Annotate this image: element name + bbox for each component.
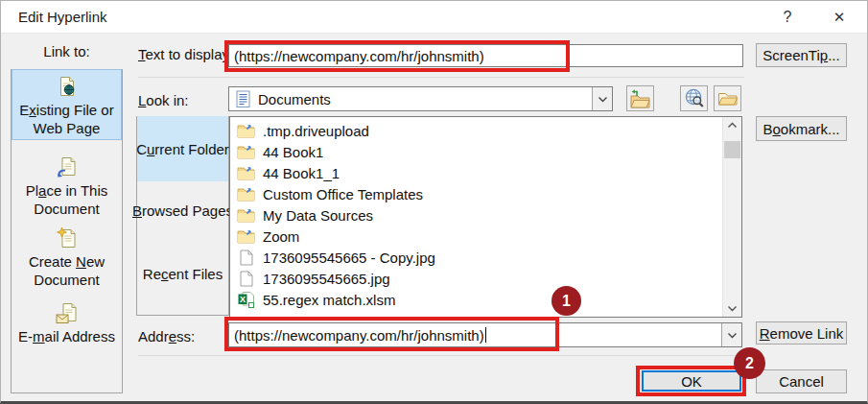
address-dropdown[interactable]: (https://newcompany.com/hr/johnsmith) xyxy=(228,322,742,347)
up-one-folder-button[interactable] xyxy=(626,85,654,111)
folder-icon xyxy=(237,165,255,180)
browse-web-button[interactable] xyxy=(680,85,708,111)
folder-icon xyxy=(237,144,255,159)
sidebar-item-existing-file[interactable]: Existing File or Web Page xyxy=(12,69,122,140)
cancel-button[interactable]: Cancel xyxy=(756,369,847,393)
page-star-icon xyxy=(12,227,122,250)
divider xyxy=(138,355,744,356)
list-item[interactable]: My Data Sources xyxy=(237,204,720,226)
list-item[interactable]: 44 Book1_1 xyxy=(237,162,720,183)
file-list: .tmp.driveupload 44 Book1 44 Book1_1 Cus… xyxy=(229,116,742,318)
sidebar-item-label: Existing File or Web Page xyxy=(19,102,113,136)
svg-text:X: X xyxy=(240,294,246,303)
page-arrow-icon xyxy=(12,156,122,179)
text-caret xyxy=(485,327,486,343)
documents-icon xyxy=(235,90,251,111)
folder-icon xyxy=(237,228,255,244)
folder-icon xyxy=(237,186,255,202)
list-item[interactable]: Custom Office Templates xyxy=(237,183,720,204)
screentip-button[interactable]: ScreenTip... xyxy=(756,43,847,67)
look-in-dropdown[interactable]: Documents xyxy=(228,86,613,111)
annotation-badge-2: 2 xyxy=(734,347,765,379)
divider xyxy=(138,77,744,78)
tab-current-folder[interactable]: Current Folder xyxy=(137,116,228,181)
list-item[interactable]: 1736095545665.jpg xyxy=(237,268,720,289)
browse-pane: Current Folder Browsed Pages Recent File… xyxy=(136,116,229,316)
chevron-down-icon[interactable] xyxy=(721,323,741,346)
file-icon xyxy=(237,271,255,287)
page-globe-icon xyxy=(12,76,121,99)
sidebar-item-label: E-mail Address xyxy=(18,328,115,345)
address-value: (https://newcompany.com/hr/johnsmith) xyxy=(234,323,486,346)
list-item[interactable]: .tmp.driveupload xyxy=(237,120,720,141)
scrollbar[interactable] xyxy=(722,117,741,317)
look-in-value: Documents xyxy=(258,87,331,110)
scrollbar-thumb[interactable] xyxy=(724,141,740,158)
list-item[interactable]: 1736095545665 - Copy.jpg xyxy=(237,247,720,268)
folder-icon xyxy=(237,207,255,223)
list-item[interactable]: X55.regex match.xlsm xyxy=(237,289,720,310)
look-in-label: Look in: xyxy=(138,92,189,108)
browse-file-button[interactable] xyxy=(714,85,741,111)
list-item[interactable]: 44 Book1 xyxy=(237,141,720,162)
file-icon xyxy=(237,250,255,266)
text-to-display-input[interactable]: (https://newcompany.com/hr/johnsmith) xyxy=(228,44,743,67)
scroll-down-icon[interactable] xyxy=(723,300,741,317)
text-to-display-label: Text to display: xyxy=(138,46,233,62)
sidebar-item-label: Place in This Document xyxy=(26,182,108,217)
sidebar-item-label: Create New Document xyxy=(29,253,105,288)
dialog-title: Edit Hyperlink xyxy=(18,9,107,25)
sidebar-item-place-in-document[interactable]: Place in This Document xyxy=(12,151,122,210)
folder-icon xyxy=(237,123,255,138)
tab-recent-files[interactable]: Recent Files xyxy=(137,260,228,287)
globe-search-icon xyxy=(684,88,705,108)
up-one-folder-icon xyxy=(629,89,651,108)
annotation-badge-1: 1 xyxy=(551,286,581,316)
sidebar-item-create-new-document[interactable]: Create New Document xyxy=(12,222,122,281)
scroll-up-icon[interactable] xyxy=(723,117,741,133)
help-icon[interactable]: ? xyxy=(768,1,807,34)
title-bar: Edit Hyperlink ? ✕ xyxy=(1,1,867,34)
tab-browsed-pages[interactable]: Browsed Pages xyxy=(137,197,228,224)
page-envelope-icon xyxy=(12,302,122,325)
bookmark-button[interactable]: Bookmark... xyxy=(756,116,847,141)
address-label: Address: xyxy=(138,328,195,345)
link-to-label: Link to: xyxy=(11,43,123,59)
close-icon[interactable]: ✕ xyxy=(818,1,860,34)
chevron-down-icon[interactable] xyxy=(592,87,612,110)
link-to-sidebar: Existing File or Web Page Place in This … xyxy=(11,69,123,393)
edit-hyperlink-dialog: Edit Hyperlink ? ✕ Link to: Existing Fil… xyxy=(0,0,868,404)
sidebar-item-email-address[interactable]: E-mail Address xyxy=(12,297,122,352)
remove-link-button[interactable]: Remove Link xyxy=(756,321,847,345)
ok-button[interactable]: OK xyxy=(642,370,741,392)
open-folder-icon xyxy=(717,90,739,107)
excel-file-icon: X xyxy=(237,292,255,308)
list-item[interactable]: Zoom xyxy=(237,226,720,247)
